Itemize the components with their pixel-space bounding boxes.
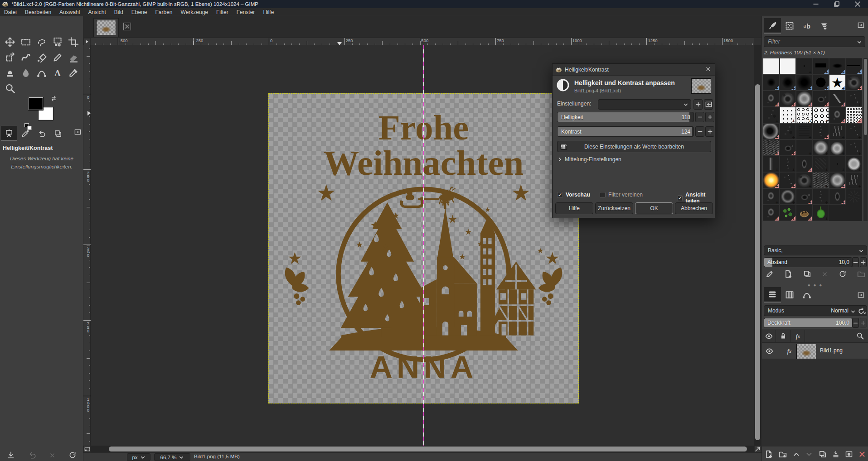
spacing-decrease-button[interactable] (852, 257, 859, 267)
menu-datei[interactable]: Datei (0, 8, 21, 16)
merge-down-icon[interactable] (832, 451, 839, 458)
brush-cell-smoke[interactable]: + (829, 172, 846, 188)
menu-auswahl[interactable]: Auswahl (55, 8, 84, 16)
add-mask-icon[interactable] (845, 451, 853, 458)
brush-cell-bar[interactable]: + (813, 58, 829, 74)
vertical-scrollbar-thumb[interactable] (755, 84, 760, 440)
spacing-slider[interactable]: Abstand 10,0 (764, 257, 853, 267)
brush-cell-diag[interactable]: + (813, 156, 829, 172)
brush-cell-circle[interactable]: + (813, 74, 829, 91)
brush-cell-splat3[interactable]: + (780, 139, 796, 156)
horizontal-scrollbar[interactable] (91, 446, 754, 452)
horizontal-scrollbar-thumb[interactable] (109, 447, 747, 451)
brush-cell-specks[interactable]: + (846, 139, 863, 156)
brush-cell-ellipse[interactable]: + (829, 58, 846, 74)
layer-fx-icon[interactable]: fx (786, 347, 793, 355)
brush-cell-ivy[interactable]: + (780, 205, 796, 221)
kontrast-increase-button[interactable] (705, 126, 714, 137)
brush-scrollbar[interactable] (863, 58, 868, 221)
navigation-button[interactable] (754, 446, 761, 452)
menu-bild[interactable]: Bild (110, 8, 127, 16)
brush-cell-spots[interactable]: + (780, 123, 796, 139)
brush-cell-specks[interactable]: + (846, 91, 863, 107)
brush-cell-streak[interactable]: + (763, 156, 780, 172)
mode-reset-icon[interactable] (857, 307, 866, 316)
manage-settings-button[interactable] (704, 99, 713, 110)
brush-cell-splat1[interactable]: + (846, 74, 863, 91)
brush-cell-cellsdense[interactable]: + (846, 107, 863, 123)
delete-preset-icon[interactable] (49, 452, 55, 458)
menu-farben[interactable]: Farben (151, 8, 177, 16)
restore-button[interactable] (826, 0, 847, 8)
edit-brush-icon[interactable] (766, 270, 774, 278)
brush-cell-line[interactable]: + (846, 58, 863, 74)
hilfe-button[interactable]: Hilfe (555, 202, 593, 214)
horizontal-ruler[interactable]: -500-2500250500750100012501500 (91, 38, 754, 45)
tab-gradients[interactable] (815, 18, 833, 34)
vertical-scrollbar[interactable] (754, 45, 761, 446)
dialog-title-bar[interactable]: Helligkeit/Kontrast (553, 64, 715, 76)
brush-cell-cells[interactable]: + (796, 107, 813, 123)
menu-filter[interactable]: Filter (212, 8, 233, 16)
settings-combo[interactable] (598, 99, 691, 110)
unit-combo[interactable]: px (127, 453, 150, 461)
brush-scrollbar-thumb[interactable] (864, 59, 867, 135)
foreground-color-swatch[interactable] (28, 97, 44, 110)
zoom-combo[interactable]: 66,7 % (154, 453, 190, 461)
brush-cell-splat2[interactable]: + (829, 107, 846, 123)
brush-cell-pixel[interactable]: + (829, 156, 846, 172)
brush-cell-blobv[interactable]: + (796, 156, 813, 172)
brush-cell-sun[interactable]: + (763, 172, 780, 188)
menu-fenster[interactable]: Fenster (233, 8, 259, 16)
brush-cell-smoke[interactable]: + (796, 91, 813, 107)
brush-preset-combo[interactable]: Basic, (764, 245, 867, 255)
dialog-close-icon[interactable] (705, 66, 711, 72)
brush-cell-splat2[interactable]: + (763, 188, 780, 205)
brush-cell-wilber[interactable]: + (796, 205, 813, 221)
menu-werkzeuge[interactable]: Werkzeuge (177, 8, 212, 16)
layer-row[interactable]: fx Bild1.png (762, 343, 868, 359)
brush-cell-pixel[interactable]: + (796, 58, 813, 74)
tab-tool-presets[interactable] (17, 126, 34, 141)
color-area[interactable] (26, 95, 58, 122)
visibility-header-icon[interactable] (762, 330, 776, 342)
tool-warp[interactable] (18, 50, 34, 65)
kontrast-slider[interactable]: Kontrast 124 (557, 126, 694, 137)
brush-cell-ring[interactable]: + (780, 188, 796, 205)
lock-header-icon[interactable] (776, 330, 790, 342)
tool-paths[interactable] (34, 65, 49, 81)
helligkeit-increase-button[interactable] (705, 112, 714, 122)
brush-cell-blank[interactable] (763, 58, 780, 74)
abbrechen-button[interactable]: Abbrechen (675, 202, 713, 214)
brush-cell-dots[interactable]: + (780, 107, 796, 123)
split-view-guide[interactable] (423, 45, 424, 446)
tab-tool-options[interactable] (1, 126, 17, 141)
tool-text[interactable]: A (49, 65, 65, 81)
refresh-brushes-icon[interactable] (839, 270, 847, 278)
brush-cell-spots[interactable]: + (763, 107, 780, 123)
brush-cell-noise[interactable]: + (813, 172, 829, 188)
checkbox-vorschau[interactable]: ✓Vorschau (557, 192, 590, 198)
opacity-increase-button[interactable] (860, 318, 867, 328)
brush-cell-splat2[interactable]: + (763, 91, 780, 107)
brush-filter-input[interactable]: Filter (764, 36, 865, 47)
brush-cell-splat3[interactable]: + (813, 91, 829, 107)
duplicate-layer-icon[interactable] (819, 450, 827, 458)
tab-images[interactable] (50, 126, 66, 141)
spacing-increase-button[interactable] (860, 257, 867, 267)
brush-cell-specksv[interactable]: + (780, 156, 796, 172)
new-brush-icon[interactable] (784, 270, 792, 278)
checkbox-filter-vereinen[interactable]: Filter vereinen (600, 192, 643, 198)
brush-cell-splat1[interactable]: + (796, 172, 813, 188)
search-icon[interactable] (856, 332, 864, 340)
ruler-origin-button[interactable] (83, 38, 91, 45)
tool-bucket-fill[interactable] (34, 50, 49, 65)
helligkeit-slider[interactable]: Helligkeit 118 (557, 112, 694, 122)
layer-visibility-icon[interactable] (766, 347, 773, 355)
reset-tool-icon[interactable] (68, 451, 77, 459)
brush-cell-specks[interactable]: + (780, 172, 796, 188)
tab-brushes[interactable] (764, 18, 781, 34)
brush-cell-soft2[interactable]: + (780, 74, 796, 91)
swap-colors-icon[interactable] (50, 95, 57, 102)
tab-channels[interactable] (781, 287, 798, 303)
